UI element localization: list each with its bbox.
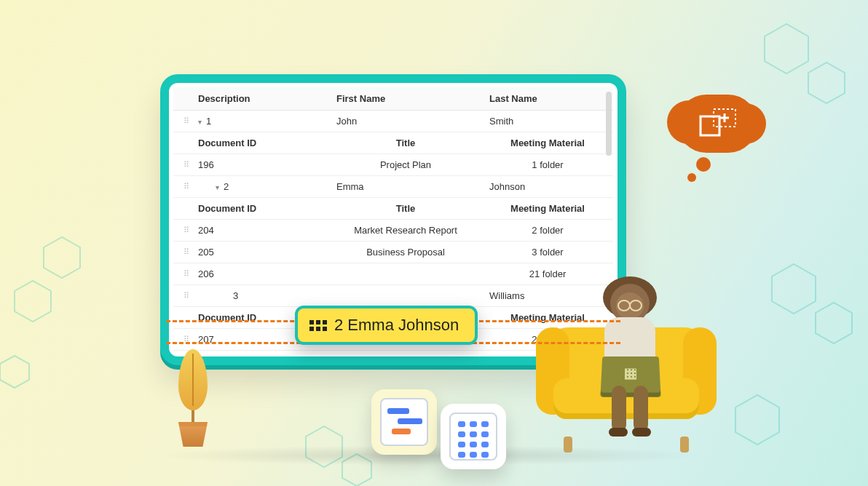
drag-handle-icon[interactable]: ⠿ — [173, 242, 191, 263]
col-material[interactable]: Meeting Material — [482, 198, 613, 220]
col-description[interactable]: Description — [191, 87, 329, 111]
cell-material: 2 folder — [482, 220, 613, 242]
table-row[interactable]: ⠿205Business Proposal3 folder — [173, 242, 613, 263]
chevron-down-icon[interactable]: ▾ — [198, 118, 202, 126]
detail-header-row: Document ID Title Meeting Material — [173, 132, 613, 154]
cell-material: 1 folder — [482, 154, 613, 176]
svg-marker-5 — [772, 264, 816, 314]
table-row[interactable]: ⠿204Market Research Report2 folder — [173, 220, 613, 242]
svg-marker-4 — [808, 63, 845, 103]
cell-title — [329, 263, 482, 285]
svg-marker-1 — [15, 281, 51, 322]
group-first-name — [329, 285, 482, 307]
drag-handle-header — [173, 87, 191, 111]
chevron-down-icon[interactable]: ▾ — [216, 183, 219, 191]
vertical-scrollbar[interactable] — [606, 92, 612, 156]
cell-material: 3 folder — [482, 242, 613, 263]
drag-handle-icon[interactable]: ⠿ — [173, 263, 191, 285]
col-title[interactable]: Title — [329, 198, 482, 220]
cell-title: Project Plan — [329, 154, 482, 176]
table-row[interactable]: ⠿ 196 Project Plan 1 folder — [173, 154, 613, 176]
detail-header-row: Document ID Title Meeting Material — [173, 198, 613, 220]
drag-handle-icon[interactable]: ⠿ — [173, 329, 191, 351]
svg-marker-0 — [44, 237, 80, 278]
character-on-couch — [532, 276, 721, 466]
group-first-name: John — [329, 111, 482, 132]
col-last-name[interactable]: Last Name — [482, 87, 613, 111]
cell-title: Meeting Minutes — [329, 351, 482, 353]
gantt-app-card — [371, 389, 437, 455]
col-first-name[interactable]: First Name — [329, 87, 482, 111]
group-first-name: Emma — [329, 176, 482, 198]
group-last-name: Smith — [482, 111, 613, 132]
group-row[interactable]: ⠿ ▾2 Emma Johnson — [173, 176, 613, 198]
svg-marker-3 — [765, 24, 808, 73]
treegrid-header-row: Description First Name Last Name — [173, 87, 613, 111]
col-doc-id[interactable]: Document ID — [191, 132, 329, 154]
drag-handle-icon[interactable]: ⠿ — [173, 111, 191, 132]
svg-marker-6 — [816, 303, 852, 343]
cell-title: Market Research Report — [329, 220, 482, 242]
drag-chip-label: 2 Emma Johnson — [334, 316, 459, 335]
thought-bubble — [677, 95, 765, 175]
group-row[interactable]: ⠿ ▾1 John Smith — [173, 111, 613, 132]
group-index: 3 — [233, 290, 238, 301]
spreadsheet-app-card — [441, 404, 506, 469]
plant-decoration — [167, 349, 218, 458]
drag-handle-icon[interactable]: ⠿ — [173, 220, 191, 242]
svg-marker-2 — [0, 356, 29, 388]
drag-preview-chip[interactable]: 2 Emma Johnson — [295, 306, 478, 345]
col-doc-id[interactable]: Document ID — [191, 198, 329, 220]
drag-handle-icon — [309, 320, 327, 331]
drag-handle-icon[interactable]: ⠿ — [173, 154, 191, 176]
copy-add-icon — [698, 108, 738, 140]
drag-handle-icon[interactable]: ⠿ — [173, 285, 191, 307]
drag-handle-icon[interactable]: ⠿ — [173, 176, 191, 198]
col-material[interactable]: Meeting Material — [482, 132, 613, 154]
cell-doc-id: 206 — [191, 263, 329, 285]
svg-marker-7 — [735, 395, 779, 445]
cell-doc-id: 204 — [191, 220, 329, 242]
group-last-name: Johnson — [482, 176, 613, 198]
group-index: 2 — [224, 181, 229, 192]
col-title[interactable]: Title — [329, 132, 482, 154]
group-index: 1 — [206, 116, 211, 127]
cell-doc-id: 205 — [191, 242, 329, 263]
cell-doc-id: 196 — [191, 154, 329, 176]
cell-title: Business Proposal — [329, 242, 482, 263]
